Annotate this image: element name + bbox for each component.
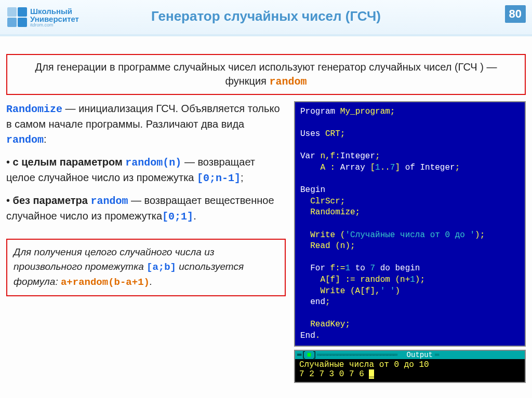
code-pane: Program My_program; Uses CRT; Var n,f:In… bbox=[294, 101, 526, 347]
para-randomize: Randomize — инициализация ГСЧ. Объявляет… bbox=[6, 101, 286, 147]
logo-line2: Университет bbox=[30, 15, 79, 23]
code-column: Program My_program; Uses CRT; Var n,f:In… bbox=[294, 101, 526, 383]
output-label: Output bbox=[405, 351, 435, 359]
logo-icon bbox=[7, 7, 27, 27]
explanation-column: Randomize — инициализация ГСЧ. Объявляет… bbox=[6, 101, 286, 383]
intro-box: Для генерации в программе случайных чисе… bbox=[6, 54, 526, 95]
output-pane: ═[■] ════════════════════════ Output ═ С… bbox=[294, 350, 526, 383]
intro-keyword: random bbox=[270, 76, 307, 88]
slide-header: Школьный Университет itdrom.com Генерато… bbox=[0, 0, 532, 36]
bullet-no-param: • без параметра random — возвращает веще… bbox=[6, 193, 286, 224]
bullet-int-param: • с целым параметром random(n) — возвращ… bbox=[6, 155, 286, 186]
intro-text: Для генерации в программе случайных чисе… bbox=[35, 61, 497, 87]
page-number: 80 bbox=[505, 5, 526, 23]
output-body: Случайные числа от 0 до 10 7 2 7 3 0 7 6… bbox=[295, 359, 525, 382]
logo-sub: itdrom.com bbox=[30, 23, 79, 28]
logo: Школьный Университет itdrom.com bbox=[0, 7, 79, 28]
square-icon: ■ bbox=[307, 351, 311, 359]
logo-line1: Школьный bbox=[30, 7, 79, 15]
formula-box: Для получения целого случайного числа из… bbox=[6, 239, 286, 296]
output-titlebar: ═[■] ════════════════════════ Output ═ bbox=[295, 351, 525, 359]
page-title: Генератор случайных чисел (ГСЧ) bbox=[151, 8, 381, 24]
